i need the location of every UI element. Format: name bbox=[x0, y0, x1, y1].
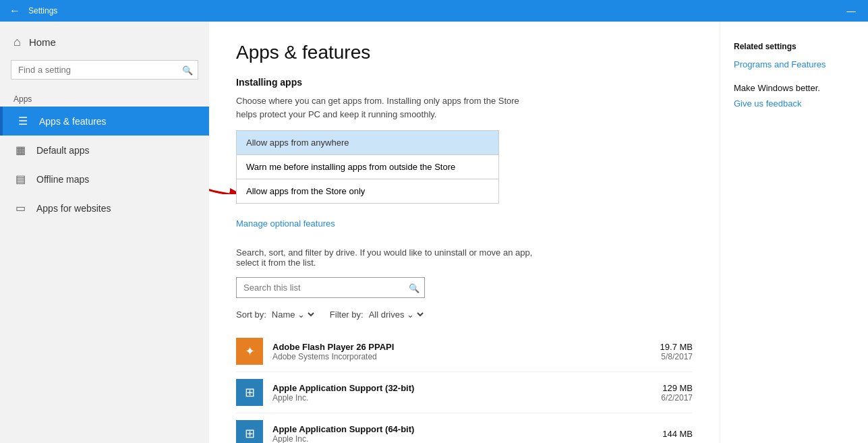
app-size: 19.7 MB bbox=[660, 342, 693, 352]
app-date: 5/8/2017 bbox=[660, 352, 693, 361]
app-date: 6/2/2017 bbox=[661, 393, 693, 403]
default-apps-icon: ▦ bbox=[13, 144, 27, 156]
app-publisher: Apple Inc. bbox=[272, 434, 653, 444]
app-size: 129 MB bbox=[661, 383, 693, 393]
home-nav-item[interactable]: ⌂ Home bbox=[0, 22, 209, 60]
filter-by-container: Filter by: All drives ⌄ bbox=[330, 309, 426, 320]
programs-features-link[interactable]: Programs and Features bbox=[734, 59, 855, 69]
app-name: Apple Application Support (32-bit) bbox=[272, 383, 652, 393]
app-search-container: 🔍 bbox=[236, 277, 425, 298]
app-publisher: Apple Inc. bbox=[272, 393, 652, 403]
installing-section-title: Installing apps bbox=[236, 77, 693, 88]
sidebar-item-label-default-apps: Default apps bbox=[36, 145, 90, 156]
sidebar-search-input[interactable] bbox=[11, 60, 198, 80]
app-publisher: Adobe Systems Incorporated bbox=[272, 352, 651, 361]
app-meta: 129 MB6/2/2017 bbox=[661, 383, 693, 403]
filter-by-label: Filter by: bbox=[330, 309, 364, 320]
offline-maps-icon: ▤ bbox=[13, 173, 27, 185]
app-list-item[interactable]: ✦Adobe Flash Player 26 PPAPIAdobe System… bbox=[236, 331, 693, 372]
titlebar-title: Settings bbox=[28, 6, 57, 16]
arrow-indicator bbox=[209, 157, 236, 197]
sidebar-item-apps-features[interactable]: ☰ Apps & features bbox=[0, 107, 209, 136]
app-info: Apple Application Support (64-bit)Apple … bbox=[272, 424, 653, 444]
main-content: Apps & features Installing apps Choose w… bbox=[209, 22, 720, 443]
app-meta: 19.7 MB5/8/2017 bbox=[660, 342, 693, 361]
dropdown-container: Allow apps from anywhere Warn me before … bbox=[236, 130, 499, 204]
related-settings-panel: Related settings Programs and Features M… bbox=[720, 22, 868, 443]
home-label: Home bbox=[29, 36, 56, 48]
dropdown-option-anywhere[interactable]: Allow apps from anywhere bbox=[236, 130, 499, 154]
app-meta: 144 MB bbox=[662, 429, 693, 439]
app-info: Adobe Flash Player 26 PPAPIAdobe Systems… bbox=[272, 342, 651, 361]
app-size: 144 MB bbox=[662, 429, 693, 439]
titlebar: ← Settings — bbox=[0, 0, 868, 22]
page-title: Apps & features bbox=[236, 42, 693, 63]
app-list-item[interactable]: ⊞Apple Application Support (64-bit)Apple… bbox=[236, 413, 693, 443]
apps-features-icon: ☰ bbox=[16, 115, 30, 127]
sidebar-item-label-apps-features: Apps & features bbox=[39, 116, 107, 127]
filter-description: Search, sort, and filter by drive. If yo… bbox=[236, 247, 533, 268]
app-name: Adobe Flash Player 26 PPAPI bbox=[272, 342, 651, 352]
sidebar-search-container: 🔍 bbox=[11, 60, 198, 80]
dropdown-option-warn[interactable]: Warn me before installing apps from outs… bbox=[236, 154, 499, 179]
app-search-input[interactable] bbox=[236, 277, 425, 298]
app-icon: ✦ bbox=[236, 338, 263, 365]
apps-websites-icon: ▭ bbox=[13, 202, 27, 214]
sidebar-search-icon: 🔍 bbox=[182, 65, 193, 75]
give-feedback-link[interactable]: Give us feedback bbox=[734, 98, 855, 109]
app-icon: ⊞ bbox=[236, 420, 263, 443]
dropdown-option-store-only[interactable]: Allow apps from the Store only bbox=[236, 179, 499, 204]
app-search-icon: 🔍 bbox=[409, 283, 419, 293]
back-button[interactable]: ← bbox=[7, 3, 23, 19]
filter-by-select[interactable]: All drives ⌄ bbox=[366, 309, 426, 320]
sort-filter-row: Sort by: Name ⌄ Filter by: All drives ⌄ bbox=[236, 309, 693, 320]
app-list-item[interactable]: ⊞Apple Application Support (32-bit)Apple… bbox=[236, 372, 693, 413]
sidebar-item-label-apps-websites: Apps for websites bbox=[36, 203, 111, 214]
installing-description: Choose where you can get apps from. Inst… bbox=[236, 94, 533, 121]
make-better-text: Make Windows better. bbox=[734, 83, 855, 93]
minimize-button[interactable]: — bbox=[841, 5, 861, 16]
sidebar-section-label: Apps bbox=[0, 90, 209, 107]
app-icon: ⊞ bbox=[236, 379, 263, 406]
sort-by-container: Sort by: Name ⌄ bbox=[236, 309, 316, 320]
sidebar-item-default-apps[interactable]: ▦ Default apps bbox=[0, 136, 209, 165]
app-info: Apple Application Support (32-bit)Apple … bbox=[272, 383, 652, 403]
sidebar-item-label-offline-maps: Offline maps bbox=[36, 174, 89, 185]
app-name: Apple Application Support (64-bit) bbox=[272, 424, 653, 434]
manage-optional-features-link[interactable]: Manage optional features bbox=[236, 218, 335, 229]
sidebar-item-offline-maps[interactable]: ▤ Offline maps bbox=[0, 165, 209, 194]
sidebar: ⌂ Home 🔍 Apps ☰ Apps & features ▦ Defaul… bbox=[0, 22, 209, 443]
app-body: ⌂ Home 🔍 Apps ☰ Apps & features ▦ Defaul… bbox=[0, 22, 868, 443]
home-icon: ⌂ bbox=[13, 35, 21, 49]
sort-by-select[interactable]: Name ⌄ bbox=[269, 309, 316, 320]
related-settings-title: Related settings bbox=[734, 42, 855, 51]
sidebar-item-apps-websites[interactable]: ▭ Apps for websites bbox=[0, 194, 209, 223]
sort-by-label: Sort by: bbox=[236, 309, 266, 320]
app-list: ✦Adobe Flash Player 26 PPAPIAdobe System… bbox=[236, 331, 693, 443]
